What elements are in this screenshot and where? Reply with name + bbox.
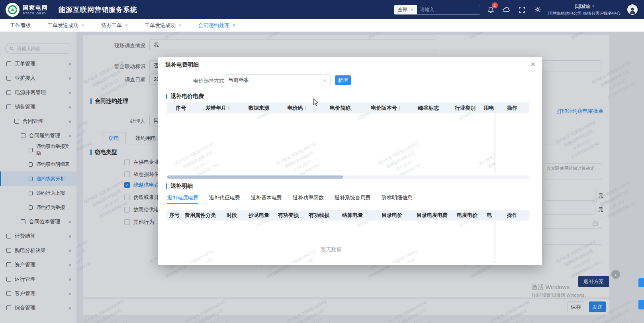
fixed-actions-column	[495, 221, 529, 263]
col-header: 序号	[167, 210, 182, 221]
tab-order-sent-2[interactable]: 工单发送成功 ×	[136, 19, 190, 32]
brand-name-en: STATE GRID	[23, 12, 48, 15]
refund-detail-tabs: 退补电度电费 退补代征电费 退补基本电费 退补功率因数 退补系统备用费 阶梯明细…	[167, 193, 529, 204]
windows-activate-text: 激活 Windows	[532, 284, 570, 291]
edge-floating-tag-2[interactable]	[638, 300, 644, 309]
col-header: 电度电价	[451, 210, 483, 221]
close-icon[interactable]: ×	[125, 23, 128, 28]
close-icon[interactable]: ✕	[530, 61, 536, 68]
fullscreen-button[interactable]	[517, 5, 527, 14]
col-header-actions: 操作	[495, 102, 529, 113]
brand-name-cn: 国家电网	[23, 4, 48, 12]
col-header: 差错年月▲▼	[194, 102, 241, 113]
chevron-right-icon: ›	[615, 272, 617, 278]
tab-power-factor[interactable]: 退补功率因数	[293, 193, 324, 204]
price-mode-label: 电价选择方式	[193, 77, 224, 85]
tab-label: 工单发送成功	[145, 22, 176, 29]
detail-table-header: 序号 费用属性分类 时段 抄见电量 有功变损 有功线损 结算电量 目录电价 目录…	[167, 210, 529, 221]
app-title: 能源互联网营销服务系统	[59, 5, 137, 14]
global-search	[417, 5, 480, 14]
tab-contract-breach[interactable]: 合同违约处理 ×	[190, 19, 244, 32]
modal-title: 退补电费明细	[165, 61, 199, 69]
search-scope-value: 全部	[398, 6, 407, 13]
price-table-header: 序号 差错年月▲▼ 数据来源 电价码▲▼ 电价简称 电价版本号▲▼ 峰谷标志 行…	[167, 102, 529, 113]
detail-table-body: 用户姓名 闫国迪1440702国网临猗供电公司s:10.10.172023092…	[167, 221, 529, 263]
empty-data-text: 暂无数据	[167, 246, 495, 253]
tab-order-sent-1[interactable]: 工单发送成功 ×	[39, 19, 93, 32]
scrollbar-thumb[interactable]	[167, 175, 343, 179]
add-button[interactable]: 新增	[335, 75, 351, 85]
tab-energy-fee[interactable]: 退补电度电费	[167, 193, 198, 204]
price-mode-value: 当前档案	[228, 77, 249, 84]
col-header: 行业类别	[448, 102, 483, 113]
col-header: 有功线损	[303, 210, 335, 221]
tab-todo-orders[interactable]: 待办工单 ×	[93, 19, 136, 32]
sort-icon[interactable]: ▲▼	[398, 106, 401, 110]
cloud-icon	[503, 7, 510, 12]
global-search-bar: 全部 ∨	[394, 5, 480, 15]
org-name: 国网临猗供电公司 临猗县客户服务中心	[548, 11, 621, 16]
col-header: 抄见电量	[245, 210, 273, 221]
state-grid-logo-icon	[6, 3, 20, 17]
fullscreen-icon	[519, 7, 525, 13]
close-icon[interactable]: ×	[82, 23, 84, 28]
col-header: 电	[483, 210, 495, 221]
chevron-down-icon: ▾	[592, 4, 594, 8]
close-icon[interactable]: ×	[233, 23, 235, 28]
scroll-float-button[interactable]: ›	[611, 270, 620, 279]
close-icon[interactable]: ×	[179, 23, 182, 28]
fixed-actions-column	[495, 113, 529, 175]
person-icon	[628, 6, 637, 15]
notification-badge: 1	[492, 2, 498, 8]
settings-button[interactable]	[533, 5, 542, 14]
chevron-down-icon: ∨	[411, 8, 413, 12]
avatar[interactable]	[626, 4, 638, 16]
price-table-body: 用户姓名 闫国迪1440702国网临猗供电公司s:10.10.172023092…	[167, 113, 529, 175]
refund-detail-section-title: 退补明细	[166, 183, 193, 190]
cloud-sync-button[interactable]	[502, 5, 511, 14]
col-header: 费用属性分类	[182, 210, 219, 221]
price-mode-select[interactable]: 当前档案 ∨	[224, 74, 331, 86]
col-header: 电价简称	[318, 102, 362, 113]
tab-label: 工作看板	[10, 22, 31, 29]
tab-system-reserve-fee[interactable]: 退补系统备用费	[335, 193, 371, 204]
sort-icon[interactable]: ▲▼	[227, 106, 230, 110]
gear-icon	[534, 6, 541, 13]
table-watermark: 用户姓名 闫国迪1440702国网临猗供电公司s:10.10.172023092…	[167, 221, 529, 263]
price-fee-section-title: 退补电价电费	[166, 93, 204, 100]
user-name: 闫国迪	[575, 3, 590, 10]
col-header-actions: 操作	[495, 210, 529, 221]
horizontal-scrollbar[interactable]	[167, 175, 529, 179]
tab-label: 合同违约处理	[198, 22, 229, 29]
tab-ladder-detail[interactable]: 阶梯明细信息	[382, 193, 413, 204]
col-header: 目录电价	[370, 210, 413, 221]
tab-collection-fee[interactable]: 退补代征电费	[209, 193, 240, 204]
sort-icon[interactable]: ▲▼	[304, 106, 307, 110]
refund-fee-modal: 退补电费明细 ✕ 电价选择方式 当前档案 ∨ 新增 退补电价电费 序号 差错年月…	[158, 57, 542, 265]
tab-workboard[interactable]: 工作看板	[2, 19, 39, 32]
windows-activate-hint: 转到“设置”以激活 Windows。	[532, 292, 589, 298]
notification-button[interactable]: 1	[486, 5, 496, 14]
global-search-input[interactable]	[420, 7, 480, 12]
search-scope-select[interactable]: 全部 ∨	[394, 5, 417, 14]
col-header: 结算电量	[335, 210, 370, 221]
col-header: 目录电度电费	[413, 210, 451, 221]
col-header: 序号	[167, 102, 194, 113]
tab-label: 工单发送成功	[47, 22, 78, 29]
col-header: 时段	[219, 210, 245, 221]
page-tabbar: 工作看板 工单发送成功 × 待办工单 × 工单发送成功 × 合同违约处理 ×	[0, 19, 644, 32]
chevron-down-icon: ∨	[323, 78, 326, 83]
tab-basic-fee[interactable]: 退补基本电费	[251, 193, 282, 204]
col-header: 峰谷标志	[409, 102, 448, 113]
edge-floating-tag-1[interactable]	[638, 278, 644, 287]
table-watermark: 用户姓名 闫国迪1440702国网临猗供电公司s:10.10.172023092…	[167, 113, 529, 175]
col-header: 用电	[483, 102, 495, 113]
brand: 国家电网 STATE GRID 能源互联网营销服务系统	[6, 3, 137, 17]
col-header: 电价版本号▲▼	[362, 102, 409, 113]
col-header: 有功变损	[273, 210, 303, 221]
col-header: 电价码▲▼	[276, 102, 318, 113]
tab-label: 待办工单	[101, 22, 122, 29]
app-header: 国家电网 STATE GRID 能源互联网营销服务系统 全部 ∨ 1	[0, 0, 644, 19]
user-menu[interactable]: 闫国迪 ▾ 国网临猗供电公司 临猗县客户服务中心	[548, 3, 621, 16]
col-header: 数据来源	[241, 102, 276, 113]
